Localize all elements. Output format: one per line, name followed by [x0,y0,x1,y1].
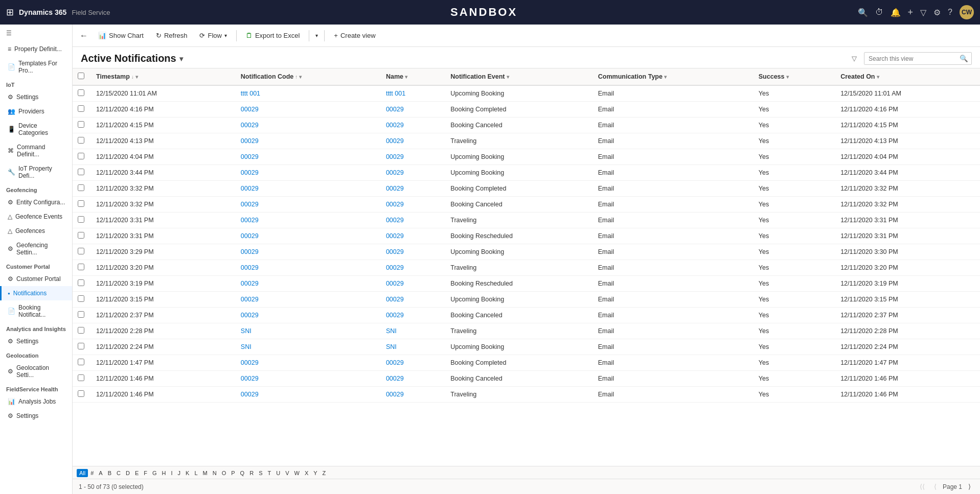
row-checkbox-19[interactable] [78,390,84,397]
name-link[interactable]: 00029 [386,217,404,224]
alpha-btn-q[interactable]: Q [238,469,247,477]
alpha-btn-v[interactable]: V [283,469,291,477]
row-checkbox-8[interactable] [78,216,84,223]
clock-icon[interactable]: ⏱ [875,8,883,17]
name-link[interactable]: 00029 [386,296,404,303]
notif-code-link[interactable]: tttt 001 [241,90,260,97]
notif-code-link[interactable]: SNI [241,343,252,350]
search-input[interactable] [864,53,956,64]
alpha-btn-r[interactable]: R [247,469,256,477]
create-view-button[interactable]: + Create view [329,30,380,41]
filter-created-on-icon[interactable]: ▾ [877,74,879,80]
notif-code-link[interactable]: 00029 [241,185,259,192]
alpha-btn-c[interactable]: C [114,469,123,477]
name-link[interactable]: 00029 [386,280,404,287]
alpha-btn-k[interactable]: K [183,469,192,477]
name-link[interactable]: SNI [386,343,397,350]
notif-code-link[interactable]: 00029 [241,312,259,319]
next-page-button[interactable]: ⟩ [965,482,974,491]
name-link[interactable]: tttt 001 [386,90,405,97]
alpha-btn-o[interactable]: O [219,469,229,477]
filter-button[interactable]: ▽ [849,53,860,64]
row-checkbox-17[interactable] [78,359,84,365]
grid-icon[interactable]: ⊞ [6,7,14,18]
sidebar-item-settings-main[interactable]: ⚙ Settings [0,409,72,423]
notif-code-link[interactable]: 00029 [241,280,259,287]
row-checkbox-3[interactable] [78,137,84,144]
title-dropdown-icon[interactable]: ▾ [179,55,183,63]
row-checkbox-12[interactable] [78,279,84,286]
refresh-button[interactable]: ↻ Refresh [151,30,193,41]
alpha-btn-m[interactable]: M [200,469,210,477]
alpha-btn-y[interactable]: Y [311,469,320,477]
filter-notif-code-icon[interactable]: ▾ [299,74,302,80]
app-name[interactable]: Dynamics 365 [19,8,66,16]
select-all-checkbox[interactable] [78,73,84,79]
sidebar-item-analysis-jobs[interactable]: 📊 Analysis Jobs [0,394,72,409]
export-dropdown-button[interactable]: ▾ [313,31,320,40]
row-checkbox-1[interactable] [78,105,84,112]
notif-code-link[interactable]: 00029 [241,217,259,224]
alpha-btn-f[interactable]: F [141,469,150,477]
row-checkbox-10[interactable] [78,248,84,254]
alpha-btn-w[interactable]: W [292,469,302,477]
prev-page-button[interactable]: ⟨ [931,482,940,491]
sidebar-item-geofencing-settings[interactable]: ⚙ Geofencing Settin... [0,238,72,260]
row-checkbox-4[interactable] [78,153,84,159]
sidebar-item-settings-analytics[interactable]: ⚙ Settings [0,334,72,348]
back-button[interactable]: ← [77,30,91,41]
notif-code-link[interactable]: 00029 [241,201,259,208]
sidebar-item-providers[interactable]: 👥 Providers [0,104,72,119]
notif-code-link[interactable]: SNI [241,327,252,335]
name-link[interactable]: SNI [386,327,397,335]
alpha-btn-g[interactable]: G [150,469,159,477]
alpha-btn-#[interactable]: # [88,469,96,477]
alpha-btn-e[interactable]: E [132,469,141,477]
first-page-button[interactable]: ⟨⟨ [917,482,928,491]
row-checkbox-11[interactable] [78,264,84,270]
row-checkbox-6[interactable] [78,184,84,191]
sidebar-item-entity-config[interactable]: ⚙ Entity Configura... [0,195,72,209]
alpha-btn-u[interactable]: U [274,469,283,477]
sidebar-item-geofences[interactable]: △ Geofences [0,224,72,238]
flow-button[interactable]: ⟳ Flow ▾ [194,30,232,41]
bell-icon[interactable]: 🔔 [891,8,901,17]
notif-code-link[interactable]: 00029 [241,359,259,366]
notif-code-link[interactable]: 00029 [241,248,259,255]
sidebar-item-notifications[interactable]: ● Notifications [0,286,72,300]
notif-code-link[interactable]: 00029 [241,232,259,240]
sidebar-item-iot-property-def[interactable]: 🔧 IoT Property Defi... [0,161,72,183]
name-link[interactable]: 00029 [386,201,404,208]
sidebar-item-geolocation-settings[interactable]: ⚙ Geolocation Setti... [0,361,72,382]
sidebar-item-customer-portal[interactable]: ⚙ Customer Portal [0,272,72,286]
notif-code-link[interactable]: 00029 [241,296,259,303]
select-all-header[interactable] [73,68,91,85]
name-link[interactable]: 00029 [386,248,404,255]
col-notification-code[interactable]: Notification Code ↑ ▾ [236,68,381,85]
alpha-btn-all[interactable]: All [77,469,88,477]
row-checkbox-7[interactable] [78,200,84,207]
row-checkbox-9[interactable] [78,232,84,239]
name-link[interactable]: 00029 [386,137,404,145]
notif-code-link[interactable]: 00029 [241,264,259,271]
sidebar-item-templates-pro[interactable]: 📄 Templates For Pro... [0,56,72,78]
export-excel-button[interactable]: 🗒 Export to Excel [241,30,305,41]
sidebar-item-settings[interactable]: ⚙ Settings [0,90,72,104]
alpha-btn-h[interactable]: H [159,469,169,477]
name-link[interactable]: 00029 [386,106,404,113]
sidebar-item-device-categories[interactable]: 📱 Device Categories [0,119,72,140]
alpha-btn-l[interactable]: L [192,469,200,477]
name-link[interactable]: 00029 [386,232,404,240]
alpha-btn-j[interactable]: J [175,469,184,477]
row-checkbox-2[interactable] [78,121,84,128]
sidebar-item-property-def[interactable]: ≡ Property Definit... [0,42,72,56]
notif-code-link[interactable]: 00029 [241,169,259,176]
row-checkbox-16[interactable] [78,343,84,349]
filter-event-icon[interactable]: ▾ [507,74,509,80]
sidebar-toggle[interactable]: ☰ [0,25,72,42]
row-checkbox-14[interactable] [78,311,84,318]
alpha-btn-p[interactable]: P [229,469,237,477]
name-link[interactable]: 00029 [386,169,404,176]
filter-name-icon[interactable]: ▾ [405,74,407,80]
alpha-btn-i[interactable]: I [169,469,175,477]
